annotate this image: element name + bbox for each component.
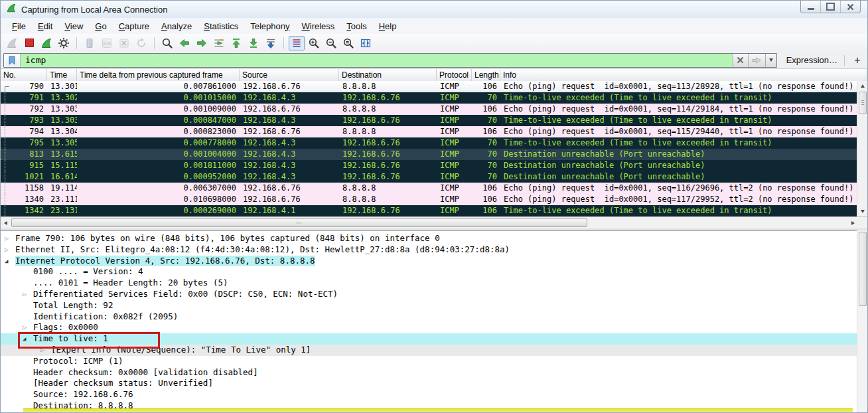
- column-header-delta[interactable]: Time delta from previous captured frame: [77, 69, 240, 81]
- start-capture-icon[interactable]: [4, 36, 20, 50]
- add-filter-button[interactable]: +: [851, 55, 863, 66]
- capture-options-icon[interactable]: [56, 36, 72, 50]
- column-header-no[interactable]: No.: [1, 69, 47, 81]
- go-forward-icon[interactable]: [194, 36, 210, 50]
- packet-list-vscrollbar[interactable]: [857, 81, 867, 216]
- detail-line[interactable]: ◢Internet Protocol Version 4, Src: 192.1…: [1, 256, 857, 267]
- cell-src: 192.168.4.3: [240, 115, 339, 126]
- menu-statistics[interactable]: Statistics: [198, 19, 244, 33]
- expression-button[interactable]: Expression…: [786, 55, 837, 65]
- column-header-src[interactable]: Source: [240, 69, 339, 81]
- reload-icon[interactable]: [133, 36, 149, 50]
- restart-capture-icon[interactable]: [38, 36, 54, 50]
- menu-telephony[interactable]: Telephony: [244, 19, 295, 33]
- scroll-left-button[interactable]: [1, 217, 11, 228]
- scroll-up-button[interactable]: [857, 81, 867, 91]
- filter-value[interactable]: icmp: [21, 54, 733, 67]
- filter-history-dropdown[interactable]: [765, 54, 776, 67]
- column-header-len[interactable]: Length: [472, 69, 500, 81]
- go-back-icon[interactable]: [177, 36, 192, 50]
- zoom-out-icon[interactable]: [323, 36, 339, 50]
- detail-line[interactable]: ▷Flags: 0x0000: [1, 322, 857, 333]
- collapse-arrow-icon[interactable]: ◢: [5, 256, 8, 267]
- packet-row-790[interactable]: 79013.3010.007861000192.168.6.768.8.8.8I…: [1, 81, 858, 92]
- main-toolbar: 010: [1, 34, 867, 52]
- expand-arrow-icon[interactable]: ▷: [23, 322, 27, 333]
- detail-line[interactable]: ▷Ethernet II, Src: Elitegro_4a:08:12 (f4…: [1, 244, 857, 256]
- cell-time: 13.303: [47, 104, 77, 115]
- packet-row-794[interactable]: 79413.3040.000823000192.168.6.768.8.8.8I…: [1, 126, 858, 137]
- packet-row-1021[interactable]: 102116.6140.000952000192.168.4.3192.168.…: [1, 171, 858, 183]
- expand-arrow-icon[interactable]: ▷: [5, 244, 9, 256]
- go-to-packet-icon[interactable]: [211, 36, 227, 50]
- save-file-icon[interactable]: 010: [99, 36, 115, 50]
- expand-arrow-icon[interactable]: ▷: [5, 233, 9, 244]
- hscrollbar-thumb[interactable]: [11, 218, 587, 227]
- expand-arrow-icon[interactable]: ▷: [40, 345, 44, 356]
- resize-columns-icon[interactable]: [358, 36, 374, 50]
- find-packet-icon[interactable]: [159, 36, 175, 50]
- menu-wireless[interactable]: Wireless: [296, 19, 341, 33]
- menu-tools[interactable]: Tools: [340, 19, 372, 33]
- column-header-info[interactable]: Info: [500, 69, 867, 81]
- scroll-down-button[interactable]: [857, 206, 867, 216]
- cell-dst: 8.8.8.8: [339, 183, 437, 194]
- detail-line[interactable]: ▷Frame 790: 106 bytes on wire (848 bits)…: [1, 233, 857, 244]
- detail-line[interactable]: Header checksum: 0x0000 [validation disa…: [1, 367, 857, 378]
- detail-line[interactable]: Protocol: ICMP (1): [1, 356, 857, 367]
- packet-row-792[interactable]: 79213.3030.001009000192.168.6.768.8.8.8I…: [1, 104, 858, 115]
- detail-line-text: Identification: 0x082f (2095): [33, 311, 178, 323]
- zoom-in-icon[interactable]: [306, 36, 322, 50]
- display-filter-input[interactable]: icmp: [3, 53, 777, 68]
- column-header-dst[interactable]: Destination: [339, 69, 437, 81]
- go-last-icon[interactable]: [246, 36, 261, 50]
- filter-bookmark-icon[interactable]: [4, 54, 21, 67]
- detail-line[interactable]: Identification: 0x082f (2095): [1, 311, 857, 323]
- menu-file[interactable]: File: [6, 19, 32, 33]
- packet-row-795[interactable]: 79513.3050.000778000192.168.4.3192.168.6…: [1, 137, 858, 149]
- close-file-icon[interactable]: [116, 36, 132, 50]
- detail-line[interactable]: 0100 .... = Version: 4: [1, 266, 857, 278]
- filter-clear-button[interactable]: [733, 54, 748, 67]
- menu-capture[interactable]: Capture: [113, 19, 155, 33]
- detail-line[interactable]: ▷[Expert Info (Note/Sequence): "Time To …: [1, 345, 857, 356]
- detail-line[interactable]: ◢Time to live: 1: [1, 333, 857, 345]
- detail-line[interactable]: [Header checksum status: Unverified]: [1, 378, 857, 389]
- menu-go[interactable]: Go: [89, 19, 112, 33]
- go-first-icon[interactable]: [228, 36, 244, 50]
- packet-row-813[interactable]: 81313.6150.001004000192.168.4.3192.168.6…: [1, 149, 858, 160]
- cell-delta: 0.000952000: [77, 171, 240, 183]
- collapse-arrow-icon[interactable]: ◢: [23, 333, 26, 345]
- open-file-icon[interactable]: [82, 36, 98, 50]
- packet-row-791[interactable]: 79113.3020.001015000192.168.4.3192.168.6…: [1, 92, 858, 104]
- details-vscrollbar[interactable]: [857, 230, 867, 412]
- packet-row-1340[interactable]: 134023.1110.010698000192.168.6.768.8.8.8…: [1, 194, 858, 205]
- detail-line[interactable]: .... 0101 = Header Length: 20 bytes (5): [1, 278, 857, 289]
- toolbar-separator: [154, 37, 155, 49]
- stop-capture-icon[interactable]: [21, 36, 37, 50]
- zoom-reset-icon[interactable]: [340, 36, 356, 50]
- detail-line[interactable]: Total Length: 92: [1, 300, 857, 311]
- close-button[interactable]: [841, 1, 860, 13]
- menu-analyze[interactable]: Analyze: [155, 19, 198, 33]
- detail-line[interactable]: Source: 192.168.6.76: [1, 389, 857, 400]
- column-header-time[interactable]: Time: [47, 69, 77, 81]
- packet-row-915[interactable]: 91515.1150.001811000192.168.4.3192.168.6…: [1, 160, 858, 171]
- maximize-button[interactable]: [821, 1, 841, 13]
- column-header-proto[interactable]: Protocol: [437, 69, 472, 81]
- auto-scroll-icon[interactable]: [263, 36, 279, 50]
- menu-edit[interactable]: Edit: [32, 19, 58, 33]
- packet-list-hscrollbar[interactable]: [1, 216, 858, 228]
- filter-apply-button[interactable]: [748, 54, 765, 67]
- vscrollbar-thumb[interactable]: [859, 92, 867, 114]
- detail-line[interactable]: ▷Differentiated Services Field: 0x00 (DS…: [1, 289, 857, 300]
- packet-row-1342[interactable]: 134223.1310.000269000192.168.4.1192.168.…: [1, 205, 858, 216]
- expand-arrow-icon[interactable]: ▷: [23, 289, 27, 300]
- packet-row-793[interactable]: 79313.3030.000847000192.168.4.3192.168.6…: [1, 115, 858, 126]
- colorize-icon[interactable]: [289, 36, 305, 50]
- menu-view[interactable]: View: [58, 19, 89, 33]
- details-vscrollbar-thumb[interactable]: [859, 232, 867, 306]
- packet-row-1158[interactable]: 115819.1140.006307000192.168.6.768.8.8.8…: [1, 183, 858, 194]
- menu-help[interactable]: Help: [373, 19, 403, 33]
- minimize-button[interactable]: [801, 1, 821, 13]
